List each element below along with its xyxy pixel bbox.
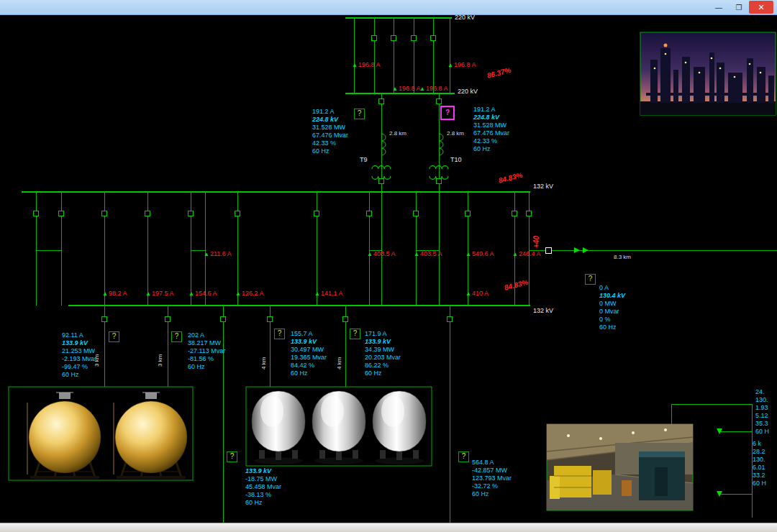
reactor-coil (381, 134, 443, 155)
scrollbar-horizontal[interactable] (0, 523, 777, 532)
bus-bars (22, 18, 530, 306)
oneline-diagram (0, 0, 777, 532)
meter-query-box[interactable]: ? (171, 331, 182, 342)
plant-interior-photo (547, 424, 693, 510)
minimize-icon: — (715, 4, 722, 12)
meter-query-box[interactable]: ? (458, 451, 469, 462)
sphere-tanks-image (9, 387, 193, 480)
maximize-icon: ❐ (736, 4, 742, 12)
close-icon: ✕ (758, 3, 764, 12)
meter-query-box[interactable]: ? (109, 331, 119, 342)
minimize-button[interactable]: — (709, 1, 729, 14)
transformer-symbol (372, 166, 448, 180)
close-button[interactable]: ✕ (749, 1, 773, 14)
scada-window: { "window": { "minimize_glyph": "—", "ma… (0, 0, 777, 532)
open-breaker[interactable] (545, 247, 551, 253)
maximize-button[interactable]: ❐ (729, 1, 749, 14)
meter-query-box[interactable]: ? (274, 329, 285, 339)
meter-query-box[interactable]: ? (350, 329, 360, 339)
meter-query-box[interactable]: ? (440, 106, 455, 120)
meter-query-box[interactable]: ? (354, 109, 365, 119)
meter-query-box[interactable]: ? (227, 451, 237, 462)
titlebar: — ❐ ✕ (0, 0, 777, 15)
meter-query-box[interactable]: ? (585, 274, 596, 285)
breakers[interactable] (33, 35, 531, 321)
refinery-photo (640, 32, 776, 115)
cylinder-tanks-image (246, 387, 432, 466)
